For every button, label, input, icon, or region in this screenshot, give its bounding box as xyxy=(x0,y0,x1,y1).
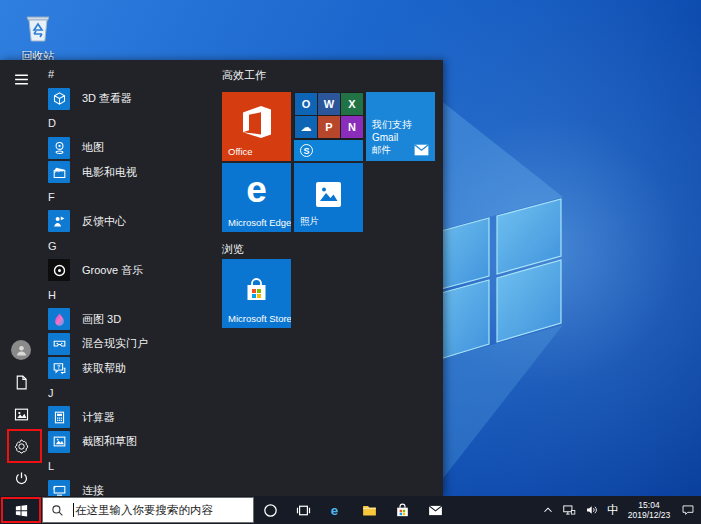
speaker-icon xyxy=(585,503,599,517)
svg-text:?: ? xyxy=(57,364,60,370)
tile-label: Microsoft Store xyxy=(228,313,291,324)
app-list-section-header[interactable]: F xyxy=(42,185,216,210)
search-input[interactable]: 在这里输入你要搜索的内容 xyxy=(42,497,254,523)
app-list-section-header[interactable]: # xyxy=(42,62,216,87)
gear-icon xyxy=(13,438,30,455)
app-list-item[interactable]: 连接 xyxy=(42,479,216,497)
app-label: 地图 xyxy=(82,140,104,155)
avatar xyxy=(11,340,31,360)
hamburger-icon xyxy=(13,71,30,88)
recycle-bin[interactable]: 回收站 xyxy=(10,8,66,64)
office-folder-grid: OWX☁PN xyxy=(295,93,362,138)
settings-button[interactable] xyxy=(9,434,33,458)
app-label: 电影和电视 xyxy=(82,165,137,180)
app-label: 画图 3D xyxy=(82,312,121,327)
section-letter: G xyxy=(48,240,57,252)
snip-icon xyxy=(48,431,70,453)
action-center-button[interactable] xyxy=(675,496,701,524)
pictures-icon xyxy=(13,406,30,423)
app-list-item[interactable]: 电影和电视 xyxy=(42,160,216,185)
onenote-subtile-icon[interactable]: N xyxy=(341,116,363,138)
app-list-item[interactable]: 地图 xyxy=(42,136,216,161)
expand-menu-button[interactable] xyxy=(9,67,33,91)
mail-icon xyxy=(427,502,444,519)
skype-subtile[interactable]: S xyxy=(294,140,363,161)
show-hidden-icons-button[interactable] xyxy=(539,496,557,524)
tray-clock[interactable]: 15:04 2019/12/23 xyxy=(623,500,675,520)
app-label: Groove 音乐 xyxy=(82,263,143,278)
groove-icon xyxy=(48,259,70,281)
mail-tile-headline: 我们支持 Gmail xyxy=(372,118,435,143)
power-icon xyxy=(13,470,30,487)
start-button[interactable] xyxy=(0,496,42,524)
tile-label: 照片 xyxy=(300,215,319,228)
store-icon xyxy=(243,277,270,304)
section-letter: L xyxy=(48,460,54,472)
app-label: 计算器 xyxy=(82,410,115,425)
section-letter: D xyxy=(48,117,56,129)
tile-mail[interactable]: 我们支持 Gmail 邮件 xyxy=(366,92,435,161)
edge-icon: e xyxy=(328,502,345,519)
tray-time: 15:04 xyxy=(623,500,675,510)
app-list-item[interactable]: 截图和草图 xyxy=(42,430,216,455)
network-tray-button[interactable] xyxy=(557,496,580,524)
tile-store[interactable]: Microsoft Store xyxy=(222,259,291,328)
app-list-item[interactable]: 混合现实门户 xyxy=(42,332,216,357)
app-list-section-header[interactable]: J xyxy=(42,381,216,406)
app-list-item[interactable]: Groove 音乐 xyxy=(42,258,216,283)
explorer-icon xyxy=(361,502,378,519)
calculator-icon xyxy=(48,406,70,428)
pictures-button[interactable] xyxy=(9,402,33,426)
app-list-item[interactable]: 计算器 xyxy=(42,405,216,430)
office-icon xyxy=(241,105,273,139)
documents-button[interactable] xyxy=(9,370,33,394)
volume-tray-button[interactable] xyxy=(580,496,603,524)
tile-label: 邮件 xyxy=(372,144,391,157)
task-view-taskbar-button[interactable] xyxy=(287,496,320,524)
tile-photos[interactable]: 照片 xyxy=(294,163,363,232)
envelope-icon xyxy=(414,144,429,156)
windows-logo-icon xyxy=(14,503,29,518)
store-taskbar-button[interactable] xyxy=(386,496,419,524)
app-list-section-header[interactable]: D xyxy=(42,111,216,136)
file-explorer-taskbar-button[interactable] xyxy=(353,496,386,524)
app-list-section-header[interactable]: G xyxy=(42,234,216,259)
outlook-subtile-icon[interactable]: O xyxy=(295,93,317,115)
cortana-taskbar-button[interactable] xyxy=(254,496,287,524)
tile-group-productivity[interactable]: 高效工作 xyxy=(222,68,266,83)
ime-indicator[interactable]: 中 xyxy=(603,496,623,524)
app-list-item[interactable]: 3D 查看器 xyxy=(42,87,216,112)
app-list-section-header[interactable]: H xyxy=(42,283,216,308)
tile-edge[interactable]: e Microsoft Edge xyxy=(222,163,291,232)
tile-office[interactable]: Office xyxy=(222,92,291,161)
word-subtile-icon[interactable]: W xyxy=(318,93,340,115)
tile-office-folder[interactable]: OWX☁PN S xyxy=(294,92,363,161)
account-button[interactable] xyxy=(9,338,33,362)
network-icon xyxy=(562,503,576,517)
text-caret xyxy=(73,503,74,517)
excel-subtile-icon[interactable]: X xyxy=(341,93,363,115)
app-list-section-header[interactable]: L xyxy=(42,454,216,479)
app-list-item[interactable]: 画图 3D xyxy=(42,307,216,332)
app-label: 反馈中心 xyxy=(82,214,126,229)
connect-icon xyxy=(48,480,70,496)
tile-label: Microsoft Edge xyxy=(228,217,291,228)
app-list-item[interactable]: 反馈中心 xyxy=(42,209,216,234)
mail-taskbar-button[interactable] xyxy=(419,496,452,524)
edge-icon: e xyxy=(222,170,291,210)
start-menu: # 3D 查看器 D 地图 电影和电视 F 反馈中心 G Groove 音乐 H… xyxy=(0,60,443,496)
edge-taskbar-button[interactable]: e xyxy=(320,496,353,524)
tile-group-browse[interactable]: 浏览 xyxy=(222,242,244,257)
app-list-item[interactable]: ? 获取帮助 xyxy=(42,356,216,381)
onedrive-subtile-icon[interactable]: ☁ xyxy=(295,116,317,138)
taskbar: 在这里输入你要搜索的内容 e 中 15:04 xyxy=(0,496,701,524)
tile-label: Office xyxy=(228,146,253,157)
search-placeholder: 在这里输入你要搜索的内容 xyxy=(75,503,213,518)
power-button[interactable] xyxy=(9,466,33,490)
tiles-pane: 高效工作 Office OWX☁PN S 我们支持 Gmail 邮件 xyxy=(222,60,443,496)
app-label: 3D 查看器 xyxy=(82,91,132,106)
document-icon xyxy=(13,374,30,391)
powerpoint-subtile-icon[interactable]: P xyxy=(318,116,340,138)
task-view-icon xyxy=(295,502,312,519)
store-icon xyxy=(394,502,411,519)
